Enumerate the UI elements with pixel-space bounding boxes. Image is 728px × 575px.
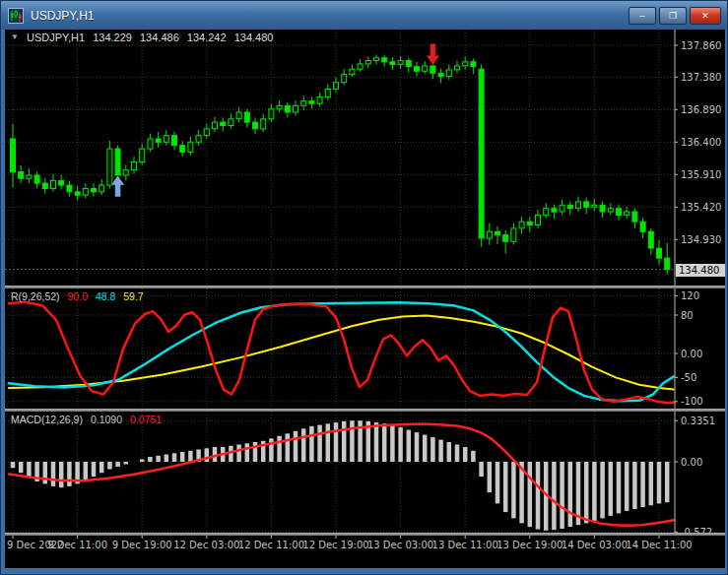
candle-body [42,183,47,188]
chart-icon [8,8,24,24]
candle-body [552,209,557,212]
macd-label-row: MACD(12,26,9) 0.1090 0.0751 [11,414,166,425]
ohlc-low: 134.242 [187,32,227,43]
candle-body [132,162,137,170]
candle-body [438,73,443,76]
window-controls: – ❐ ✕ [629,7,721,25]
arrow-up-marker[interactable] [111,175,125,197]
candle-body [309,101,314,104]
candle-body [253,122,258,129]
macd-name: MACD(12,26,9) [11,414,83,425]
close-button[interactable]: ✕ [690,7,721,25]
candle-body [350,69,355,74]
candle-body [277,105,282,108]
candle-body [188,142,193,152]
price-axis-label: 137.860 [681,40,721,51]
ohlc-info: ▼ USDJPY,H1 134.229 134.486 134.242 134.… [11,32,278,43]
candle-body [83,189,88,196]
macd-value-main: 0.1090 [91,414,122,425]
time-axis-label: 14 Dec 11:00 [626,540,692,550]
candle-body [180,146,185,153]
candle-body [576,202,581,209]
candle-body [213,122,218,129]
ohlc-close: 134.480 [234,32,274,43]
time-axis-label: 9 Dec 11:00 [47,540,107,550]
candle-body [527,222,532,224]
candle-body [92,189,97,192]
candle-body [455,66,460,70]
candle-body [229,119,233,126]
candle-body [567,205,572,208]
wpr-slow-line [9,315,674,389]
minimize-button[interactable]: – [629,7,656,25]
time-axis-label: 14 Dec 03:00 [562,540,628,550]
candle-body [99,185,104,192]
candle-body [382,58,387,62]
candle-body [390,62,395,65]
candle-body [236,112,241,119]
panel-separator[interactable] [5,533,725,536]
macd-value-signal: 0.0751 [130,414,162,425]
wpr-axis-label: 120 [681,290,699,301]
candle-body [123,170,128,175]
wpr-axis-label: -100 [681,396,703,407]
candle-body [285,105,290,112]
wpr-value-fast: 90.0 [68,290,88,302]
panel-separator[interactable] [5,409,725,412]
candle-body [617,209,622,216]
arrow-down-marker[interactable] [426,43,439,65]
wpr-label-row: R(9,26,52) 90.0 48.8 59.7 [11,290,149,302]
candle-body [560,205,564,212]
candle-body [592,205,597,207]
time-axis-label: 13 Dec 03:00 [367,540,433,550]
time-axis-label: 13 Dec 19:00 [496,540,563,550]
wpr-axis-label: 80 [681,310,694,321]
ohlc-symbol: USDJPY,H1 [27,32,85,43]
candle-body [27,175,32,178]
candle-body [496,231,500,234]
candle-body [519,222,524,228]
candle-body [358,64,363,69]
candle-body [657,248,662,258]
candle-body [334,83,339,90]
candle-body [479,69,484,238]
candle-body [156,139,161,142]
candle-body [463,62,468,66]
panel-separator[interactable] [5,286,725,288]
candle-body [164,136,168,143]
candle-body [172,136,177,146]
candle-body [423,66,428,71]
price-axis-label: 136.890 [681,104,721,115]
candle-body [584,202,589,207]
candle-body [75,192,80,195]
time-axis-label: 12 Dec 11:00 [238,540,304,550]
candle-body [446,70,451,77]
price-axis-label: 134.930 [681,234,721,245]
candle-body [374,58,379,61]
candle-body [261,119,266,129]
titlebar[interactable]: USDJPY,H1 – ❐ ✕ [1,1,728,30]
candle-body [325,90,330,97]
candle-body [608,209,613,212]
candle-body [640,222,645,231]
symbol-dropdown-icon[interactable]: ▼ [11,32,19,41]
time-axis-label: 13 Dec 11:00 [432,540,498,550]
window-title: USDJPY,H1 [31,9,94,23]
candle-body [59,180,64,185]
restore-button[interactable]: ❐ [659,7,687,25]
candle-body [398,61,403,65]
candle-body [301,101,306,106]
wpr-value-slow: 59.7 [123,290,143,302]
candle-body [244,112,249,122]
price-axis-label: 135.910 [681,169,721,180]
wpr-name: R(9,26,52) [11,290,60,302]
time-axis-label: 12 Dec 03:00 [173,540,239,550]
price-axis-label: 135.420 [681,202,721,213]
macd-signal-line [9,424,674,526]
candle-body [269,109,274,119]
candle-body [415,67,420,72]
candle-body [648,231,653,248]
candle-body [19,172,24,179]
wpr-fast-line [9,302,674,404]
candle-body [51,180,56,188]
